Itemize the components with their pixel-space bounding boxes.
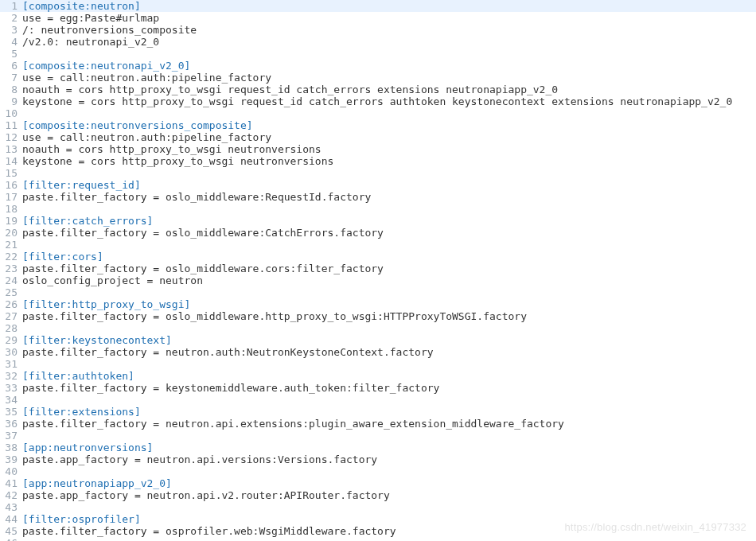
line-number: 11	[0, 119, 21, 131]
line-number: 4	[0, 36, 21, 48]
ini-line: noauth = cors http_proxy_to_wsgi neutron…	[21, 143, 321, 155]
ini-line	[21, 358, 22, 370]
ini-line: /: neutronversions_composite	[21, 24, 197, 36]
line-number: 28	[0, 322, 21, 334]
ini-line: keystone = cors http_proxy_to_wsgi reque…	[21, 95, 732, 107]
ini-line	[21, 430, 22, 442]
line-number: 38	[0, 442, 21, 453]
ini-line: paste.filter_factory = keystonemiddlewar…	[21, 382, 439, 394]
code-line: 37	[0, 430, 756, 442]
line-number: 42	[0, 489, 21, 501]
line-number: 6	[0, 60, 21, 72]
code-line: 40	[0, 465, 756, 477]
line-number: 13	[0, 143, 21, 155]
ini-line: paste.filter_factory = neutron.api.exten…	[21, 418, 564, 430]
line-number: 7	[0, 72, 21, 84]
line-number: 32	[0, 370, 21, 382]
line-number: 22	[0, 251, 21, 263]
line-number: 35	[0, 406, 21, 418]
ini-section-header: [filter:osprofiler]	[21, 513, 141, 525]
code-line: 15	[0, 167, 756, 179]
code-line: 35[filter:extensions]	[0, 406, 756, 418]
code-line: 30paste.filter_factory = neutron.auth:Ne…	[0, 346, 756, 358]
line-number: 37	[0, 430, 21, 442]
ini-line: paste.filter_factory = oslo_middleware:C…	[21, 227, 384, 239]
ini-line	[21, 501, 22, 513]
ini-line: paste.app_factory = neutron.api.versions…	[21, 453, 377, 465]
code-line: 16[filter:request_id]	[0, 179, 756, 191]
line-number: 44	[0, 513, 21, 525]
code-line: 5	[0, 48, 756, 60]
code-line: 10	[0, 107, 756, 119]
code-line: 14keystone = cors http_proxy_to_wsgi neu…	[0, 155, 756, 167]
ini-section-header: [composite:neutronapi_v2_0]	[21, 60, 190, 72]
ini-section-header: [app:neutronversions]	[21, 442, 153, 453]
code-line: 17paste.filter_factory = oslo_middleware…	[0, 191, 756, 203]
line-number: 20	[0, 227, 21, 239]
code-line: 9keystone = cors http_proxy_to_wsgi requ…	[0, 95, 756, 107]
code-line: 33paste.filter_factory = keystonemiddlew…	[0, 382, 756, 394]
code-line: 42paste.app_factory = neutron.api.v2.rou…	[0, 489, 756, 501]
code-line: 22[filter:cors]	[0, 251, 756, 263]
line-number: 12	[0, 131, 21, 143]
ini-line	[21, 203, 22, 215]
ini-line	[21, 322, 22, 334]
line-number: 26	[0, 298, 21, 310]
code-line: 1[composite:neutron]	[0, 0, 756, 12]
code-line: 31	[0, 358, 756, 370]
line-number: 36	[0, 418, 21, 430]
line-number: 34	[0, 394, 21, 406]
ini-line: paste.filter_factory = oslo_middleware.c…	[21, 263, 384, 274]
code-line: 45paste.filter_factory = osprofiler.web:…	[0, 525, 756, 537]
code-line: 43	[0, 501, 756, 513]
code-line: 27paste.filter_factory = oslo_middleware…	[0, 310, 756, 322]
code-line: 20paste.filter_factory = oslo_middleware…	[0, 227, 756, 239]
code-line: 34	[0, 394, 756, 406]
code-line: 44[filter:osprofiler]	[0, 513, 756, 525]
line-number: 3	[0, 24, 21, 36]
code-line: 26[filter:http_proxy_to_wsgi]	[0, 298, 756, 310]
ini-line: paste.filter_factory = oslo_middleware.h…	[21, 310, 527, 322]
ini-section-header: [filter:request_id]	[21, 179, 141, 191]
code-line: 39paste.app_factory = neutron.api.versio…	[0, 453, 756, 465]
line-number: 1	[0, 0, 21, 12]
code-line: 24oslo_config_project = neutron	[0, 274, 756, 286]
line-number: 5	[0, 48, 21, 60]
ini-section-header: [filter:keystonecontext]	[21, 334, 172, 346]
code-line: 3/: neutronversions_composite	[0, 24, 756, 36]
ini-line	[21, 537, 22, 541]
line-number: 21	[0, 239, 21, 251]
line-number: 8	[0, 84, 21, 95]
code-line: 25	[0, 286, 756, 298]
code-line-partial: 46	[0, 537, 756, 541]
line-number: 46	[0, 537, 21, 541]
line-number: 27	[0, 310, 21, 322]
ini-section-header: [filter:http_proxy_to_wsgi]	[21, 298, 190, 310]
code-line: 4/v2.0: neutronapi_v2_0	[0, 36, 756, 48]
line-number: 16	[0, 179, 21, 191]
line-number: 14	[0, 155, 21, 167]
code-line: 36paste.filter_factory = neutron.api.ext…	[0, 418, 756, 430]
code-line: 19[filter:catch_errors]	[0, 215, 756, 227]
code-line: 18	[0, 203, 756, 215]
ini-line	[21, 107, 22, 119]
code-line: 7use = call:neutron.auth:pipeline_factor…	[0, 72, 756, 84]
ini-line: use = call:neutron.auth:pipeline_factory	[21, 72, 271, 84]
ini-line: noauth = cors http_proxy_to_wsgi request…	[21, 84, 558, 95]
code-line: 32[filter:authtoken]	[0, 370, 756, 382]
ini-line: oslo_config_project = neutron	[21, 274, 203, 286]
code-line: 13noauth = cors http_proxy_to_wsgi neutr…	[0, 143, 756, 155]
code-line: 8noauth = cors http_proxy_to_wsgi reques…	[0, 84, 756, 95]
ini-section-header: [composite:neutron]	[21, 0, 141, 12]
line-number: 19	[0, 215, 21, 227]
line-number: 23	[0, 263, 21, 274]
code-line: 21	[0, 239, 756, 251]
line-number: 41	[0, 477, 21, 489]
line-number: 43	[0, 501, 21, 513]
code-line: 23paste.filter_factory = oslo_middleware…	[0, 263, 756, 274]
code-line: 6[composite:neutronapi_v2_0]	[0, 60, 756, 72]
code-line: 38[app:neutronversions]	[0, 442, 756, 453]
code-line: 29[filter:keystonecontext]	[0, 334, 756, 346]
line-number: 39	[0, 453, 21, 465]
ini-section-header: [filter:cors]	[21, 251, 103, 263]
